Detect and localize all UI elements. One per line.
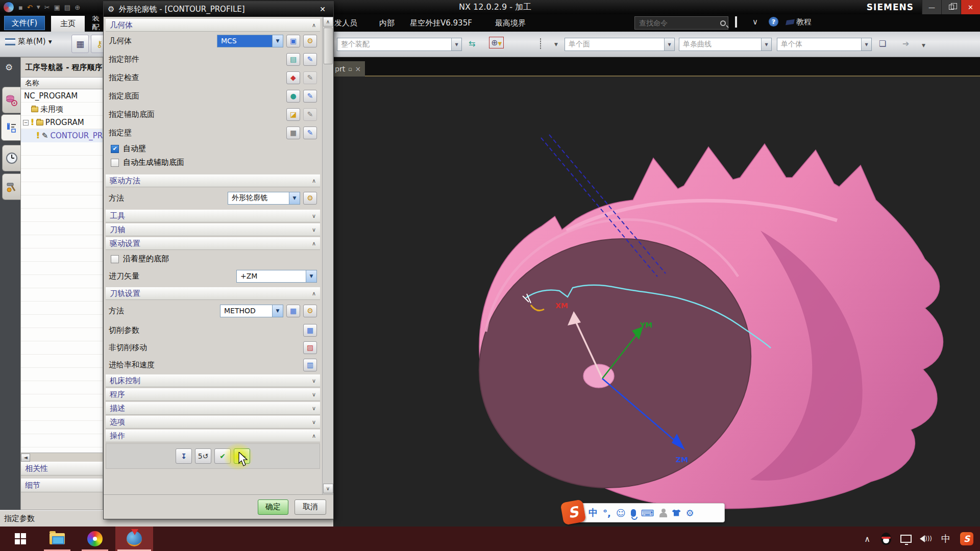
dropdown-icon[interactable]: ▼ xyxy=(306,270,316,282)
select-dropdown-icon[interactable]: ▼ xyxy=(554,42,558,47)
section-description[interactable]: 描述 ∨ xyxy=(106,402,320,415)
minimize-ribbon-icon[interactable]: ∨ xyxy=(752,17,758,27)
section-dependencies[interactable]: 相关性 xyxy=(21,462,103,475)
start-button[interactable] xyxy=(6,527,35,551)
section-program[interactable]: 程序 ∨ xyxy=(106,388,320,401)
edit-wall-button[interactable]: ✎ xyxy=(303,127,317,139)
section-geometry[interactable]: 几何体 ∧ xyxy=(106,19,320,32)
edit-method-button[interactable]: ⚙ xyxy=(303,305,317,317)
tray-sogou-icon[interactable]: S xyxy=(957,527,977,551)
emoji-icon[interactable]: ☺ xyxy=(616,508,626,518)
dropdown-icon[interactable]: ▼ xyxy=(451,38,461,51)
tab-machine-tool-view[interactable] xyxy=(2,145,20,171)
chevron-down-icon[interactable]: ∨ xyxy=(312,227,316,233)
select-wall-button[interactable]: ■ xyxy=(286,127,300,139)
section-path-settings[interactable]: 刀轨设置 ∧ xyxy=(106,287,320,300)
chevron-up-icon[interactable]: ∧ xyxy=(312,240,316,247)
close-button[interactable]: ✕ xyxy=(961,0,980,14)
body-rule-combo[interactable]: 单个体▼ xyxy=(777,38,872,51)
ok-button[interactable]: 确定 xyxy=(258,499,288,515)
path-method-combo[interactable]: METHOD ▼ xyxy=(220,305,283,317)
chevron-up-icon[interactable]: ∧ xyxy=(312,433,316,439)
dropdown-icon[interactable]: ▼ xyxy=(761,38,771,51)
ime-mode-chinese[interactable]: 中 xyxy=(589,507,598,519)
move-object-icon[interactable]: ⊕ xyxy=(75,4,80,11)
skin-icon[interactable] xyxy=(672,510,681,516)
curve-rule-combo[interactable]: 单条曲线▼ xyxy=(679,38,772,51)
toolbar-more-icon[interactable]: ▼ xyxy=(922,43,925,48)
select-part-button[interactable]: ▤ xyxy=(286,53,300,66)
chevron-up-icon[interactable]: ∧ xyxy=(312,290,316,297)
resource-gear-icon[interactable]: ⚙ xyxy=(5,62,13,72)
tree-row-unused[interactable]: 未用项 xyxy=(21,103,103,116)
tree-row-contour-profile[interactable]: ! ✎ CONTOUR_PROFILE xyxy=(21,129,103,142)
face-rule-combo[interactable]: 单个面▼ xyxy=(565,38,675,51)
tab-tools[interactable] xyxy=(2,173,20,200)
help-icon[interactable]: ? xyxy=(769,17,778,27)
cutting-params-button[interactable]: ▦ xyxy=(303,324,317,337)
tab-assembly[interactable]: 装配 xyxy=(92,16,103,30)
fullscreen-icon[interactable] xyxy=(735,17,737,27)
tray-network-icon[interactable] xyxy=(896,527,916,551)
part-tab-close-icon[interactable]: × xyxy=(355,65,361,73)
chevron-up-icon[interactable]: ∧ xyxy=(312,22,316,29)
new-geometry-button[interactable]: ▣ xyxy=(286,35,300,47)
select-check-button[interactable]: ◆ xyxy=(286,71,300,84)
auto-aux-floor-checkbox[interactable] xyxy=(111,159,119,167)
non-cutting-button[interactable]: ▨ xyxy=(303,341,317,354)
cancel-button[interactable]: 取消 xyxy=(295,499,326,515)
tab-operation-navigator[interactable] xyxy=(1,114,20,141)
section-tool[interactable]: 工具 ∨ xyxy=(106,210,320,222)
minimize-button[interactable]: — xyxy=(922,0,941,14)
soft-keyboard-icon[interactable]: ⌨ xyxy=(641,508,654,518)
snap-point-filter-icon[interactable]: ⊕▼ xyxy=(489,37,504,48)
tree-row-nc-program[interactable]: NC_PROGRAM xyxy=(21,89,103,103)
edit-part-button[interactable]: ✎ xyxy=(303,53,317,66)
tray-expand-button[interactable]: ∧ xyxy=(859,527,876,551)
rectangle-select-icon[interactable] xyxy=(540,39,541,48)
restore-button[interactable] xyxy=(941,0,961,14)
paste-icon[interactable]: ▤ xyxy=(64,4,70,11)
reverse-selection-icon[interactable]: ⇆ xyxy=(469,39,475,48)
copy-icon[interactable]: ▣ xyxy=(54,4,60,11)
generate-toolpath-button[interactable]: ↧ xyxy=(176,448,192,464)
tree-row-program[interactable]: − ! PROGRAM xyxy=(21,116,103,129)
graphics-viewport[interactable]: XM YM ZM xyxy=(327,78,980,527)
dialog-scrollbar[interactable]: ∧ ∨ xyxy=(322,17,333,494)
select-aux-floor-button[interactable]: ◪ xyxy=(286,108,300,121)
verify-toolpath-button[interactable]: ✔ xyxy=(214,448,231,464)
dropdown-icon[interactable]: ▼ xyxy=(664,38,674,51)
sogou-logo-icon[interactable]: S xyxy=(560,499,586,525)
tab-geometry-view[interactable] xyxy=(2,87,20,113)
section-drive-settings[interactable]: 驱动设置 ∧ xyxy=(106,237,320,250)
chevron-up-icon[interactable]: ∧ xyxy=(312,178,316,184)
microphone-icon[interactable] xyxy=(631,509,636,517)
chevron-down-icon[interactable]: ∨ xyxy=(312,213,316,219)
chevron-down-icon[interactable]: ∨ xyxy=(312,378,316,384)
dialog-close-icon[interactable]: ✕ xyxy=(316,4,329,15)
tray-qq-icon[interactable] xyxy=(877,527,895,551)
selection-scope-combo[interactable]: 整个装配▼ xyxy=(337,38,462,51)
ime-settings-icon[interactable]: ⚙ xyxy=(686,508,694,518)
chevron-down-icon[interactable]: ∨ xyxy=(312,419,316,425)
chevron-down-icon[interactable]: ∨ xyxy=(312,405,316,412)
dropdown-icon[interactable]: ▼ xyxy=(272,305,283,317)
taskbar-nx-active[interactable] xyxy=(115,527,153,551)
undo-icon[interactable]: ↶ xyxy=(27,4,33,11)
taskbar-file-explorer[interactable] xyxy=(42,527,72,551)
tray-ime-indicator[interactable]: 中 xyxy=(937,527,954,551)
new-method-button[interactable]: ▦ xyxy=(286,305,300,317)
tab-file[interactable]: 文件(F) xyxy=(4,16,45,30)
taskbar-browser[interactable] xyxy=(80,527,110,551)
edit-geometry-button[interactable]: ⚙ xyxy=(303,35,317,47)
along-wall-bottom-checkbox[interactable] xyxy=(111,255,119,263)
scrollbar-thumb[interactable] xyxy=(324,28,333,64)
tray-volume-icon[interactable]: ))) xyxy=(917,527,935,551)
section-drive-method[interactable]: 驱动方法 ∧ xyxy=(106,174,320,187)
assembly-view-button[interactable]: ▦ xyxy=(71,35,89,53)
forward-arrow-icon[interactable]: ➔ xyxy=(902,39,909,48)
expander-icon[interactable]: − xyxy=(23,120,29,126)
overlapping-squares-icon[interactable]: ❏ xyxy=(879,39,886,48)
feeds-speeds-button[interactable]: ▥ xyxy=(303,359,317,371)
account-icon[interactable] xyxy=(659,508,667,517)
